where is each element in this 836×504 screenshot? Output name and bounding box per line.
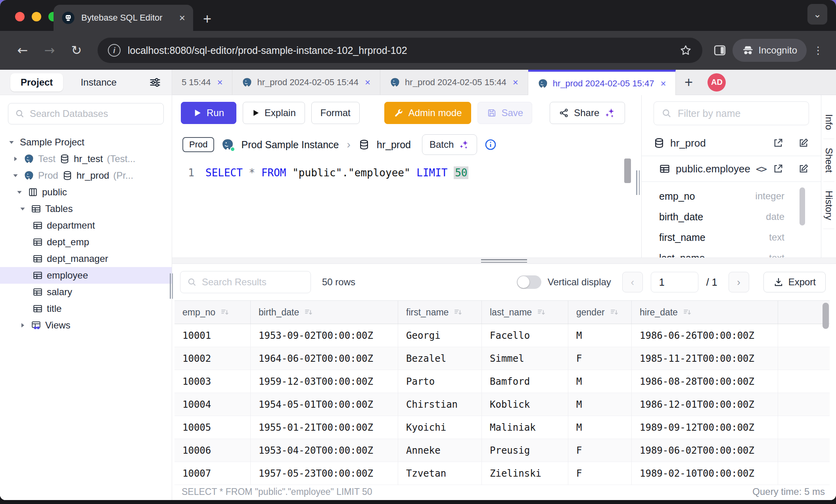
tree-item-department[interactable]: department — [0, 217, 172, 234]
column-header-gender[interactable]: gender — [568, 300, 632, 324]
caret-down-icon[interactable] — [8, 139, 17, 146]
table-cell[interactable]: Facello — [482, 324, 568, 347]
table-cell[interactable]: 10006 — [174, 439, 251, 462]
tree-item-salary[interactable]: salary — [0, 284, 172, 300]
table-cell[interactable]: 1989-06-02T00:00:00Z — [632, 439, 778, 462]
table-cell[interactable]: Chirstian — [398, 393, 482, 416]
new-sheet-button[interactable]: + — [676, 70, 701, 95]
browser-menu-icon[interactable]: ⋮ — [812, 48, 824, 53]
divider-drag-handle[interactable] — [481, 259, 527, 263]
tab-history[interactable]: History — [823, 182, 834, 229]
caret-down-icon[interactable] — [19, 205, 28, 212]
table-cell[interactable]: F — [568, 347, 632, 370]
tab-info[interactable]: Info — [823, 105, 834, 139]
column-row[interactable]: birth_datedate — [659, 206, 784, 227]
grid-scrollbar-thumb[interactable] — [823, 303, 829, 329]
table-cell[interactable]: 1953-09-02T00:00:00Z — [251, 324, 398, 347]
close-window-button[interactable] — [15, 12, 25, 21]
schema-panel-resize-handle[interactable] — [636, 170, 640, 195]
search-results-input[interactable]: Search Results — [180, 271, 311, 293]
table-cell[interactable]: 1986-12-01T00:00:00Z — [632, 393, 778, 416]
editor-tab[interactable]: 5 15:44× — [172, 70, 232, 95]
table-cell[interactable]: Kyoichi — [398, 416, 482, 439]
table-cell[interactable]: 1955-01-21T00:00:00Z — [251, 416, 398, 439]
bookmark-star-icon[interactable] — [679, 44, 692, 57]
editor-tab[interactable]: hr_prod 2024-02-05 15:47× — [528, 70, 676, 95]
sort-icon[interactable] — [220, 307, 230, 317]
table-cell[interactable]: 1989-09-12T00:00:00Z — [632, 416, 778, 439]
table-cell[interactable]: Simmel — [482, 347, 568, 370]
column-header-last_name[interactable]: last_name — [482, 300, 568, 324]
window-controls[interactable] — [15, 12, 58, 21]
tree-item-views[interactable]: Views — [0, 317, 172, 334]
tree-item-dept-emp[interactable]: dept_emp — [0, 234, 172, 250]
table-cell[interactable]: 1986-06-26T00:00:00Z — [632, 324, 778, 347]
tree-item-sample-project[interactable]: Sample Project — [0, 134, 172, 151]
tab-instance[interactable]: Instance — [81, 77, 117, 88]
view-ddl-icon[interactable]: <> — [756, 163, 766, 175]
table-cell[interactable]: 1954-05-01T00:00:00Z — [251, 393, 398, 416]
column-header-hire_date[interactable]: hire_date — [632, 300, 778, 324]
edit-table-icon[interactable] — [798, 163, 809, 174]
table-cell[interactable]: 1986-08-28T00:00:00Z — [632, 370, 778, 393]
table-cell[interactable]: Parto — [398, 370, 482, 393]
table-cell[interactable]: 10005 — [174, 416, 251, 439]
column-row[interactable]: first_nametext — [659, 227, 784, 248]
table-cell[interactable]: Koblick — [482, 393, 568, 416]
connection-info-icon[interactable] — [484, 138, 497, 151]
table-cell[interactable]: Bamford — [482, 370, 568, 393]
open-table-external-icon[interactable] — [773, 163, 784, 174]
ai-sparkles-icon[interactable] — [604, 107, 616, 119]
tree-item-prod[interactable]: Prodhr_prod(Pr... — [0, 167, 172, 184]
format-button[interactable]: Format — [311, 102, 360, 124]
forward-icon[interactable]: → — [39, 40, 60, 61]
database-name[interactable]: hr_prod — [377, 139, 411, 151]
schema-table-row[interactable]: public.employee <> — [642, 156, 821, 182]
table-cell[interactable]: 1959-12-03T00:00:00Z — [251, 370, 398, 393]
tab-project[interactable]: Project — [10, 73, 63, 92]
tab-search-chevron-button[interactable]: ⌄ — [807, 4, 827, 25]
table-cell[interactable]: M — [568, 416, 632, 439]
table-cell[interactable]: Zielinski — [482, 462, 568, 485]
side-panel-icon[interactable] — [713, 43, 727, 57]
prev-page-button[interactable]: ‹ — [622, 272, 643, 292]
new-browser-tab-button[interactable]: + — [203, 12, 211, 26]
caret-right-icon[interactable] — [12, 155, 21, 162]
table-cell[interactable]: 1964-06-02T00:00:00Z — [251, 347, 398, 370]
site-info-icon[interactable]: i — [108, 44, 121, 57]
batch-mode-button[interactable]: Batch — [422, 134, 477, 155]
column-row[interactable]: emp_nointeger — [659, 186, 784, 206]
table-cell[interactable]: Georgi — [398, 324, 482, 347]
table-cell[interactable]: 1989-02-10T00:00:00Z — [632, 462, 778, 485]
browser-tab[interactable]: Bytebase SQL Editor × — [54, 5, 193, 31]
save-button[interactable]: Save — [477, 102, 533, 124]
sidebar-resize-handle[interactable] — [170, 273, 173, 299]
column-header-birth_date[interactable]: birth_date — [251, 300, 398, 324]
sql-editor[interactable]: 1 SELECT * FROM "public"."employee" LIMI… — [172, 158, 641, 258]
table-cell[interactable]: M — [568, 393, 632, 416]
sort-icon[interactable] — [304, 307, 313, 317]
filter-by-name-input[interactable]: Filter by name — [654, 101, 809, 125]
table-cell[interactable]: 1957-05-23T00:00:00Z — [251, 462, 398, 485]
tree-item-tables[interactable]: Tables — [0, 200, 172, 217]
editor-tab[interactable]: hr_prod 2024-02-05 15:44× — [232, 70, 380, 95]
url-bar[interactable]: i localhost:8080/sql-editor/prod-sample-… — [98, 38, 702, 63]
column-row[interactable]: last_nametext — [659, 248, 784, 258]
caret-right-icon[interactable] — [19, 322, 28, 329]
table-cell[interactable]: 10003 — [174, 370, 251, 393]
column-header-first_name[interactable]: first_name — [398, 300, 482, 324]
editor-scrollbar-thumb[interactable] — [624, 158, 631, 183]
sort-icon[interactable] — [537, 307, 546, 317]
caret-down-icon[interactable] — [12, 172, 21, 179]
table-cell[interactable]: Tzvetan — [398, 462, 482, 485]
close-tab-icon[interactable]: × — [217, 77, 222, 88]
back-icon[interactable]: ← — [12, 40, 33, 61]
table-cell[interactable]: 10007 — [174, 462, 251, 485]
search-databases-input[interactable]: Search Databases — [8, 103, 164, 124]
panel-divider[interactable] — [172, 258, 836, 264]
sort-icon[interactable] — [683, 307, 692, 317]
table-cell[interactable]: 1953-04-20T00:00:00Z — [251, 439, 398, 462]
table-cell[interactable]: 1985-11-21T00:00:00Z — [632, 347, 778, 370]
caret-down-icon[interactable] — [16, 189, 25, 196]
table-cell[interactable]: 10002 — [174, 347, 251, 370]
